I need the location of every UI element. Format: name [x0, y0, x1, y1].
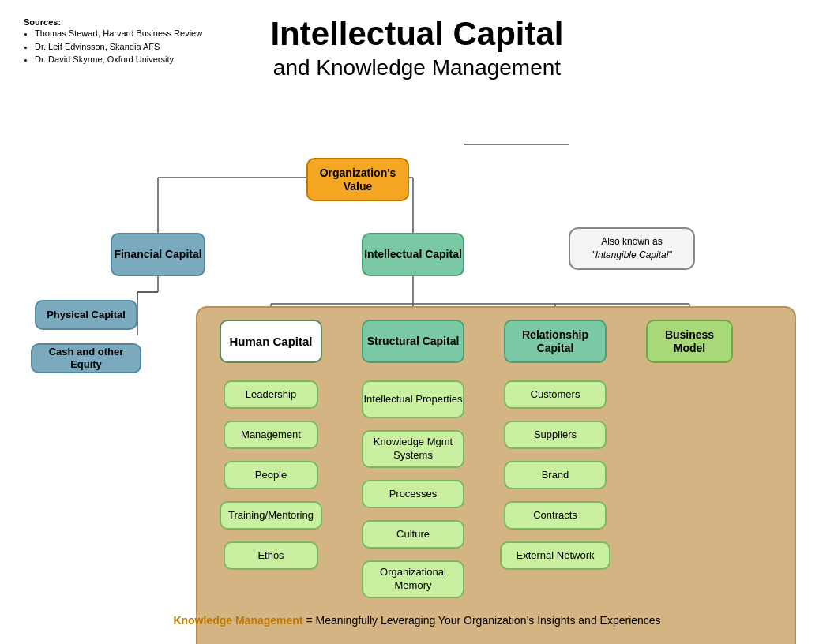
also-known-bubble: Also known as"Intangible Capital" [569, 227, 695, 270]
intellectual-capital-node: Intellectual Capital [362, 233, 464, 276]
relationship-capital-label: Relationship Capital [505, 328, 605, 355]
diagram: Organization'sValue Financial Capital In… [0, 110, 834, 644]
org-memory-node: Organizational Memory [362, 560, 464, 598]
km-footer: Knowledge Management = Meaningfully Leve… [0, 614, 834, 627]
structural-capital-node: Structural Capital [362, 320, 464, 363]
org-value-label: Organization'sValue [320, 167, 396, 193]
customers-node: Customers [504, 380, 607, 409]
page-header: Intellectual Capital and Knowledge Manag… [0, 16, 834, 83]
people-node: People [224, 461, 318, 489]
brand-node: Brand [504, 461, 607, 489]
sub-title: and Knowledge Management [0, 52, 834, 83]
suppliers-node: Suppliers [504, 421, 607, 449]
ip-node: Intellectual Properties [362, 380, 464, 418]
business-model-node: Business Model [646, 320, 733, 363]
main-title: Intellectual Capital [0, 16, 834, 52]
financial-capital-node: Financial Capital [111, 233, 205, 276]
org-value-node: Organization'sValue [306, 158, 409, 201]
culture-node: Culture [362, 520, 464, 549]
km-rest-text: = Meaningfully Leveraging Your Organizat… [303, 614, 661, 627]
cash-equity-label: Cash and other Equity [32, 346, 140, 370]
human-capital-label: Human Capital [229, 335, 312, 349]
human-capital-node: Human Capital [220, 320, 322, 363]
ethos-node: Ethos [224, 541, 318, 570]
kms-node: Knowledge Mgmt Systems [362, 430, 464, 468]
intellectual-capital-label: Intellectual Capital [364, 248, 462, 261]
km-bold-text: Knowledge Management [173, 614, 302, 627]
training-node: Training/Mentoring [220, 501, 322, 530]
processes-node: Processes [362, 480, 464, 508]
leadership-node: Leadership [224, 380, 318, 409]
cash-equity-node: Cash and other Equity [31, 343, 141, 373]
relationship-capital-node: Relationship Capital [504, 320, 607, 363]
management-node: Management [224, 421, 318, 449]
contracts-node: Contracts [504, 501, 607, 530]
physical-capital-node: Physical Capital [35, 300, 137, 330]
business-model-label: Business Model [648, 328, 731, 355]
structural-capital-label: Structural Capital [367, 335, 460, 348]
financial-capital-label: Financial Capital [114, 248, 201, 261]
physical-capital-label: Physical Capital [47, 309, 126, 321]
external-network-node: External Network [500, 541, 610, 570]
